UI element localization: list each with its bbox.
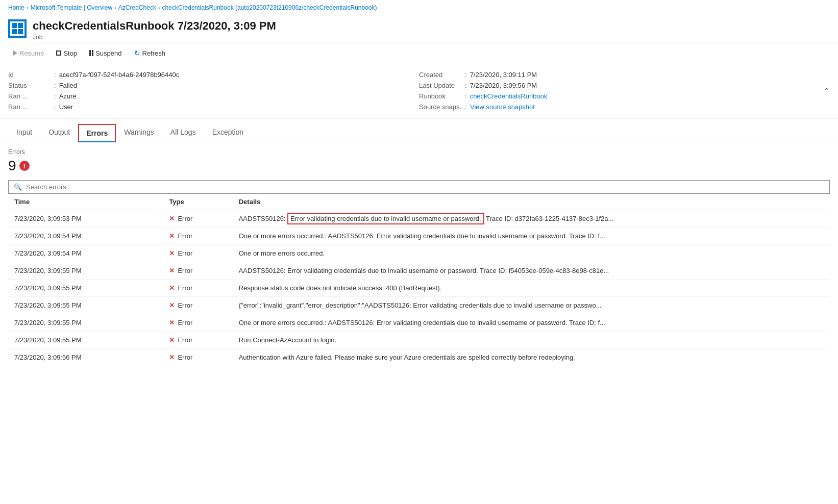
- cell-time: 7/23/2020, 3:09:55 PM: [8, 314, 163, 332]
- stop-icon: [56, 51, 61, 56]
- cell-details: Run Connect-AzAccount to login.: [233, 332, 830, 349]
- icon-cell-1: [12, 23, 17, 28]
- error-count-icon: !: [19, 161, 30, 171]
- errors-count-row: 9 !: [8, 158, 830, 174]
- meta-status-key: Status: [8, 82, 54, 89]
- cell-time: 7/23/2020, 3:09:54 PM: [8, 228, 163, 245]
- meta-runbook-key: Runbook: [419, 92, 465, 100]
- tab-errors[interactable]: Errors: [78, 124, 116, 142]
- meta-sourcesnap-colon: :: [465, 103, 467, 111]
- errors-table: Time Type Details 7/23/2020, 3:09:53 PM✕…: [8, 194, 830, 366]
- table-row: 7/23/2020, 3:09:56 PM✕ErrorAuthenticatio…: [8, 349, 830, 366]
- error-x-icon: ✕: [169, 336, 175, 344]
- refresh-button[interactable]: ↻ Refresh: [129, 46, 171, 60]
- meta-id-colon: :: [54, 71, 56, 79]
- meta-sourcesnap: Source snaps... : View source snapshot: [419, 102, 830, 112]
- cell-details: {"error":"invalid_grant","error_descript…: [233, 297, 830, 314]
- table-row: 7/23/2020, 3:09:54 PM✕ErrorOne or more e…: [8, 245, 830, 262]
- error-type-label: Error: [178, 249, 192, 257]
- errors-label: Errors: [8, 148, 830, 156]
- error-type-label: Error: [178, 267, 192, 274]
- error-x-icon: ✕: [169, 354, 175, 361]
- meta-ran2-key: Ran ...: [8, 103, 54, 111]
- meta-ran1-value: Azure: [59, 92, 77, 100]
- meta-id: Id : acecf97a-f097-524f-b4a6-24978b96440…: [8, 69, 419, 80]
- breadcrumb-template[interactable]: Microsoft.Template | Overview: [31, 4, 113, 11]
- meta-lastupdate-colon: :: [465, 82, 467, 89]
- error-x-icon: ✕: [169, 301, 175, 309]
- cell-details: One or more errors occurred.: AADSTS5012…: [233, 314, 830, 332]
- error-type-label: Error: [178, 232, 192, 240]
- error-type-label: Error: [178, 284, 192, 292]
- meta-lastupdate: Last Update : 7/23/2020, 3:09:56 PM: [419, 80, 830, 91]
- meta-lastupdate-value: 7/23/2020, 3:09:56 PM: [470, 82, 537, 89]
- error-x-icon: ✕: [169, 319, 175, 326]
- highlighted-error-text: Error validating credentials due to inva…: [287, 213, 484, 224]
- error-x-icon: ✕: [169, 267, 175, 274]
- meta-status: Status : Failed: [8, 80, 419, 91]
- icon-cell-2: [18, 23, 23, 28]
- page-header: checkCredentialsRunbook 7/23/2020, 3:09 …: [0, 15, 838, 43]
- search-input[interactable]: [26, 183, 824, 191]
- search-icon: 🔍: [14, 183, 22, 191]
- table-row: 7/23/2020, 3:09:55 PM✕ErrorAADSTS50126: …: [8, 262, 830, 280]
- tab-output[interactable]: Output: [40, 123, 78, 142]
- breadcrumb-runbook[interactable]: checkCredentialsRunbook (auto20200723t21…: [162, 4, 377, 11]
- view-source-snapshot-link[interactable]: View source snapshot: [470, 103, 535, 111]
- meta-ran1: Ran ... : Azure: [8, 91, 419, 102]
- errors-section: Errors 9 ! 🔍 Time Type Details 7/23/2020…: [0, 142, 838, 372]
- meta-ran1-key: Ran ...: [8, 92, 54, 100]
- meta-created-colon: :: [465, 71, 467, 79]
- stop-label: Stop: [63, 49, 77, 57]
- table-row: 7/23/2020, 3:09:53 PM✕ErrorAADSTS50126: …: [8, 210, 830, 228]
- cell-type: ✕Error: [163, 314, 232, 332]
- meta-runbook-link[interactable]: checkCredentialsRunbook: [470, 92, 548, 100]
- suspend-button[interactable]: Suspend: [84, 47, 127, 60]
- tabs-container: Input Output Errors Warnings All Logs Ex…: [0, 123, 838, 142]
- cell-time: 7/23/2020, 3:09:55 PM: [8, 297, 163, 314]
- icon-cell-4: [18, 29, 23, 34]
- error-x-icon: ✕: [169, 232, 175, 240]
- cell-type: ✕Error: [163, 262, 232, 280]
- breadcrumb-home[interactable]: Home: [8, 4, 24, 11]
- cell-type: ✕Error: [163, 228, 232, 245]
- cell-type: ✕Error: [163, 349, 232, 366]
- breadcrumb-azcredcheck[interactable]: AzCredCheck: [118, 4, 156, 11]
- page-title: checkCredentialsRunbook 7/23/2020, 3:09 …: [33, 19, 276, 33]
- tab-all-logs[interactable]: All Logs: [162, 123, 204, 142]
- cell-type: ✕Error: [163, 332, 232, 349]
- cell-time: 7/23/2020, 3:09:55 PM: [8, 332, 163, 349]
- collapse-button[interactable]: ⌃: [823, 86, 830, 96]
- cell-time: 7/23/2020, 3:09:55 PM: [8, 262, 163, 280]
- error-type-label: Error: [178, 336, 192, 344]
- col-type: Type: [163, 194, 232, 210]
- error-type-label: Error: [178, 354, 192, 361]
- cell-details: AADSTS50126: Error validating credential…: [233, 210, 830, 228]
- meta-runbook-colon: :: [465, 92, 467, 100]
- error-x-icon: ✕: [169, 249, 175, 257]
- stop-button[interactable]: Stop: [51, 47, 82, 60]
- cell-details: One or more errors occurred.: AADSTS5012…: [233, 228, 830, 245]
- error-type-label: Error: [178, 319, 192, 326]
- resume-button[interactable]: Resume: [8, 47, 49, 60]
- meta-created: Created : 7/23/2020, 3:09:11 PM: [419, 69, 830, 80]
- table-row: 7/23/2020, 3:09:55 PM✕ErrorRun Connect-A…: [8, 332, 830, 349]
- error-x-icon: ✕: [169, 215, 175, 222]
- tab-input[interactable]: Input: [8, 123, 40, 142]
- table-row: 7/23/2020, 3:09:54 PM✕ErrorOne or more e…: [8, 228, 830, 245]
- meta-created-value: 7/23/2020, 3:09:11 PM: [470, 71, 537, 79]
- table-row: 7/23/2020, 3:09:55 PM✕Error{"error":"inv…: [8, 297, 830, 314]
- meta-status-value: Failed: [59, 82, 77, 89]
- toolbar: Resume Stop Suspend ↻ Refresh: [0, 43, 838, 63]
- table-row: 7/23/2020, 3:09:55 PM✕ErrorOne or more e…: [8, 314, 830, 332]
- cell-time: 7/23/2020, 3:09:55 PM: [8, 280, 163, 297]
- error-x-icon: ✕: [169, 284, 175, 292]
- icon-cell-3: [12, 29, 17, 34]
- tab-warnings[interactable]: Warnings: [116, 123, 162, 142]
- tab-exception[interactable]: Exception: [204, 123, 252, 142]
- meta-created-key: Created: [419, 71, 465, 79]
- cell-type: ✕Error: [163, 210, 232, 228]
- resume-label: Resume: [19, 49, 44, 57]
- metadata-left: Id : acecf97a-f097-524f-b4a6-24978b96440…: [8, 69, 419, 112]
- resume-icon: [13, 51, 17, 56]
